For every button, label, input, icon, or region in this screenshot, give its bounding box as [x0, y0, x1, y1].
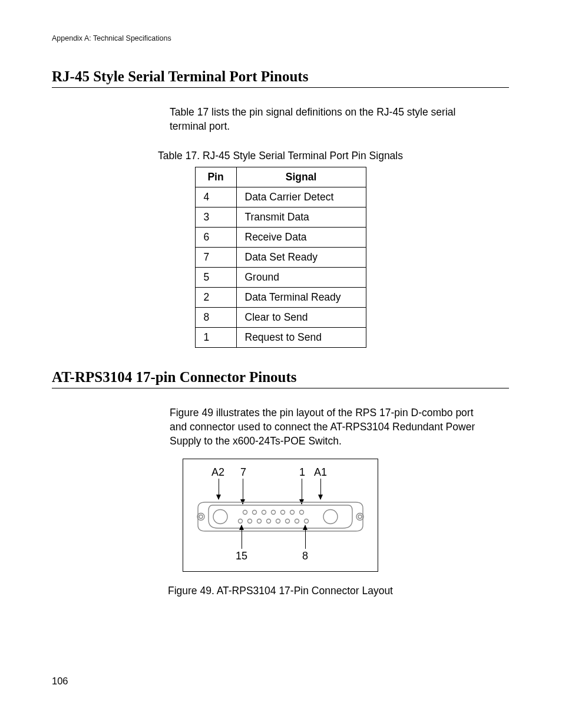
connector-icon	[192, 500, 369, 533]
svg-point-3	[358, 515, 362, 519]
cell-signal: Receive Data	[236, 228, 366, 248]
cell-signal: Request to Send	[236, 328, 366, 348]
table-row: 1Request to Send	[195, 328, 366, 348]
cell-pin: 8	[195, 308, 236, 328]
cell-signal: Clear to Send	[236, 308, 366, 328]
th-signal: Signal	[236, 167, 366, 187]
running-head: Appendix A: Technical Specifications	[52, 34, 509, 42]
svg-point-19	[295, 519, 299, 523]
connector-figure: A2 7 1 A1 15 8	[183, 459, 378, 572]
table-row: 5Ground	[195, 268, 366, 288]
section-rule	[52, 87, 509, 88]
svg-point-1	[199, 515, 203, 519]
table-row: 4Data Carrier Detect	[195, 187, 366, 207]
table-row: 3Transmit Data	[195, 207, 366, 228]
svg-point-12	[300, 510, 304, 515]
cell-pin: 3	[195, 207, 236, 228]
label-1: 1	[299, 466, 305, 479]
section-title-rps: AT-RPS3104 17-pin Connector Pinouts	[52, 369, 509, 386]
section1-intro: Table 17 lists the pin signal definition…	[170, 106, 485, 133]
svg-point-10	[281, 510, 285, 515]
table-header-row: Pin Signal	[195, 167, 366, 187]
label-8: 8	[302, 550, 308, 562]
cell-pin: 2	[195, 288, 236, 308]
label-7: 7	[240, 466, 246, 479]
section-rule	[52, 388, 509, 388]
cell-signal: Ground	[236, 268, 366, 288]
cell-signal: Data Carrier Detect	[236, 187, 366, 207]
svg-point-18	[286, 519, 290, 523]
figure-caption: Figure 49. AT-RPS3104 17-Pin Connector L…	[52, 585, 509, 597]
label-a1: A1	[314, 466, 327, 479]
svg-point-5	[323, 510, 338, 524]
svg-point-17	[276, 519, 280, 523]
table-row: 7Data Set Ready	[195, 248, 366, 268]
svg-point-6	[243, 510, 247, 515]
section-title-rj45: RJ-45 Style Serial Terminal Port Pinouts	[52, 68, 509, 85]
svg-point-11	[290, 510, 295, 515]
arrow-icon	[305, 525, 306, 549]
cell-signal: Data Terminal Ready	[236, 288, 366, 308]
svg-point-20	[305, 519, 309, 523]
table-row: 8Clear to Send	[195, 308, 366, 328]
cell-pin: 6	[195, 228, 236, 248]
label-a2: A2	[211, 466, 224, 479]
cell-signal: Data Set Ready	[236, 248, 366, 268]
pin-signal-table: Pin Signal 4Data Carrier Detect 3Transmi…	[195, 167, 366, 348]
cell-pin: 4	[195, 187, 236, 207]
section2-intro: Figure 49 illustrates the pin layout of …	[170, 406, 485, 448]
svg-point-16	[267, 519, 271, 523]
table-row: 6Receive Data	[195, 228, 366, 248]
page-number: 106	[52, 676, 68, 687]
svg-point-4	[213, 510, 227, 524]
table-row: 2Data Terminal Ready	[195, 288, 366, 308]
cell-pin: 5	[195, 268, 236, 288]
svg-point-9	[272, 510, 276, 515]
label-15: 15	[236, 550, 247, 562]
svg-point-0	[197, 513, 204, 521]
cell-pin: 1	[195, 328, 236, 348]
svg-point-15	[257, 519, 262, 523]
svg-point-2	[356, 513, 363, 521]
arrow-icon	[219, 479, 219, 499]
cell-pin: 7	[195, 248, 236, 268]
svg-point-8	[262, 510, 266, 515]
svg-point-7	[253, 510, 257, 515]
svg-point-14	[248, 519, 252, 523]
th-pin: Pin	[195, 167, 236, 187]
arrow-icon	[320, 479, 321, 499]
arrow-icon	[242, 525, 242, 549]
svg-point-13	[239, 519, 243, 523]
table-caption: Table 17. RJ-45 Style Serial Terminal Po…	[52, 150, 509, 162]
cell-signal: Transmit Data	[236, 207, 366, 228]
